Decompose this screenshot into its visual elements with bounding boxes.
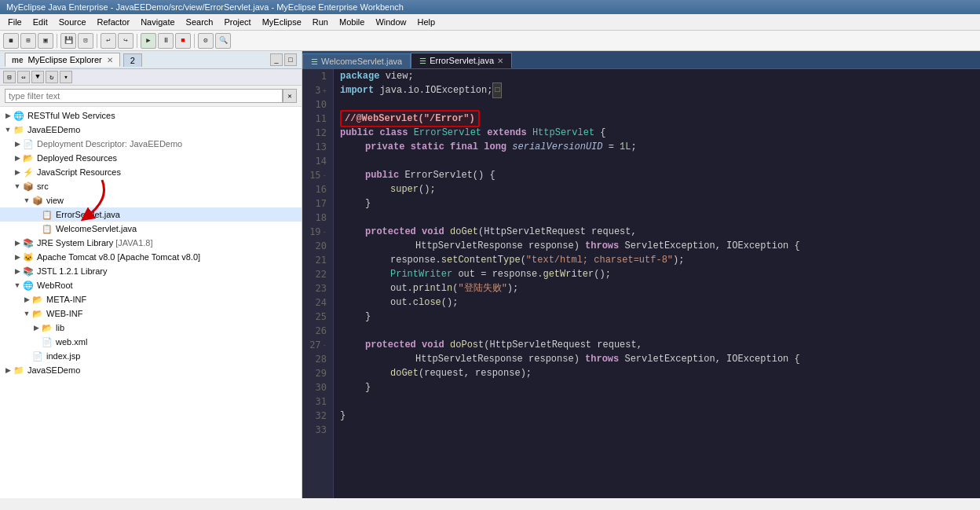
tree-item-welcomeservlet[interactable]: 📋 WelcomeServlet.java xyxy=(0,222,302,236)
menu-source[interactable]: Source xyxy=(54,16,91,28)
code-line-12: public class ErrorServlet extends HttpSe… xyxy=(340,126,974,140)
explorer-minimize-btn[interactable]: _ xyxy=(270,53,283,66)
toolbar-btn-2[interactable]: ⊞ xyxy=(20,33,36,49)
tree-item-metainf[interactable]: ▶ 📂 META-INF xyxy=(0,292,302,306)
menu-edit[interactable]: Edit xyxy=(28,16,53,28)
tree-item-webroot[interactable]: ▼ 🌐 WebRoot xyxy=(0,278,302,292)
link-editor-btn[interactable]: ⇔ xyxy=(17,71,30,83)
arrow-webroot[interactable]: ▼ xyxy=(13,281,22,290)
line-num-3: 3+ xyxy=(309,83,327,97)
arrow-jre[interactable]: ▶ xyxy=(13,238,22,248)
menu-myeclipse[interactable]: MyEclipse xyxy=(258,16,306,28)
line-num-24: 24 xyxy=(309,295,327,310)
toolbar-btn-11[interactable]: ⚙ xyxy=(198,33,214,49)
arrow-lib[interactable]: ▶ xyxy=(31,323,41,332)
tree-item-javascript[interactable]: ▶ ⚡ JavaScript Resources xyxy=(0,165,302,179)
arrow-webxml xyxy=(31,337,41,347)
tree-item-jstl[interactable]: ▶ 📚 JSTL 1.2.1 Library xyxy=(0,264,302,278)
toolbar-stop-btn[interactable]: ■ xyxy=(175,33,191,49)
arrow-indexjsp xyxy=(22,351,31,361)
toolbar: ◼ ⊞ ▣ 💾 ⊡ ↩ ↪ ▶ ⏸ ■ ⚙ 🔍 xyxy=(0,31,980,51)
arrow-javasedemo[interactable]: ▶ xyxy=(3,365,13,375)
toolbar-btn-7[interactable]: ↪ xyxy=(118,33,133,49)
filter-clear-btn[interactable]: ✕ xyxy=(283,89,297,103)
arrow-restful[interactable]: ▶ xyxy=(3,111,13,120)
tree-item-src[interactable]: ▼ 📦 src xyxy=(0,179,302,193)
editor-tab-welcomeservlet[interactable]: ☰ WelcomeServlet.java xyxy=(302,53,411,68)
code-editor: 1 3+ 10 11 12 13 14 15- 16 17 18 19- 20 … xyxy=(302,69,980,498)
toolbar-btn-12[interactable]: 🔍 xyxy=(215,33,231,49)
sync-btn[interactable]: ↻ xyxy=(46,71,58,83)
editor-tab-errorservlet[interactable]: ☰ ErrorServlet.java ✕ xyxy=(411,53,512,68)
arrow-metainf[interactable]: ▶ xyxy=(22,295,31,304)
tree-item-jre[interactable]: ▶ 📚 JRE System Library [JAVA1.8] xyxy=(0,236,302,250)
code-line-25: } xyxy=(340,310,974,324)
label-lib: lib xyxy=(56,323,64,332)
tree-item-indexjsp[interactable]: 📄 index.jsp xyxy=(0,349,302,363)
filter-btn[interactable]: ▼ xyxy=(31,71,44,83)
explorer-maximize-btn[interactable]: □ xyxy=(284,53,297,66)
tree-item-deployment[interactable]: ▶ 📄 Deployment Descriptor: JavaEEDemo xyxy=(0,137,302,151)
menu-help[interactable]: Help xyxy=(413,16,441,28)
tree-item-javasedemo[interactable]: ▶ 📁 JavaSEDemo xyxy=(0,363,302,377)
label-webxml: web.xml xyxy=(56,337,87,347)
menu-navigate[interactable]: Navigate xyxy=(136,16,179,28)
explorer-tab-2[interactable]: 2 xyxy=(123,53,142,67)
tree-item-tomcat[interactable]: ▶ 🐱 Apache Tomcat v8.0 [Apache Tomcat v8… xyxy=(0,250,302,264)
menu-search[interactable]: Search xyxy=(181,16,218,28)
toolbar-debug-btn[interactable]: ▶ xyxy=(141,33,156,49)
project-tree: ▶ 🌐 RESTful Web Services ▼ 📁 JavaEEDemo … xyxy=(0,107,302,498)
tree-item-restful[interactable]: ▶ 🌐 RESTful Web Services xyxy=(0,108,302,123)
filter-input[interactable] xyxy=(5,89,283,103)
explorer-tab-main[interactable]: me MyEclipse Explorer ✕ xyxy=(5,53,120,67)
left-panel: me MyEclipse Explorer ✕ 2 _ □ ⊟ ⇔ ▼ ↻ ▾ … xyxy=(0,51,302,498)
arrow-javaeedemo[interactable]: ▼ xyxy=(3,125,13,134)
tab-close-error[interactable]: ✕ xyxy=(497,57,503,65)
arrow-deployment[interactable]: ▶ xyxy=(13,139,22,149)
tree-item-webinf[interactable]: ▼ 📂 WEB-INF xyxy=(0,306,302,321)
line-num-27: 27- xyxy=(309,338,327,352)
label-deployed: Deployed Resources xyxy=(37,153,117,163)
arrow-jstl[interactable]: ▶ xyxy=(13,266,22,276)
tree-item-errorservlet[interactable]: 📋 ErrorServlet.java xyxy=(0,207,302,222)
annotation-text: //@WebServlet("/Error") xyxy=(345,112,475,126)
tree-item-javaeedemo[interactable]: ▼ 📁 JavaEEDemo xyxy=(0,123,302,137)
toolbar-btn-5[interactable]: ⊡ xyxy=(78,33,93,49)
menu-refactor[interactable]: Refactor xyxy=(93,16,135,28)
editor-tabs: ☰ WelcomeServlet.java ☰ ErrorServlet.jav… xyxy=(302,51,980,69)
code-line-32: } xyxy=(340,409,974,423)
toolbar-btn-9[interactable]: ⏸ xyxy=(158,33,174,49)
menu-run[interactable]: Run xyxy=(308,16,333,28)
line-num-12: 12 xyxy=(309,126,327,140)
line-num-21: 21 xyxy=(309,253,327,267)
label-javasedemo: JavaSEDemo xyxy=(27,365,80,375)
view-menu-btn[interactable]: ▾ xyxy=(60,71,72,83)
toolbar-save-btn[interactable]: 💾 xyxy=(60,33,76,49)
collapse-all-btn[interactable]: ⊟ xyxy=(3,71,16,83)
explorer-tab-label: MyEclipse Explorer xyxy=(28,55,102,64)
menu-file[interactable]: File xyxy=(3,16,27,28)
menu-project[interactable]: Project xyxy=(219,16,255,28)
code-line-18 xyxy=(340,211,974,225)
code-content[interactable]: package view; import java.io.IOException… xyxy=(334,69,980,498)
tree-item-webxml[interactable]: 📄 web.xml xyxy=(0,335,302,349)
arrow-webinf[interactable]: ▼ xyxy=(22,309,31,318)
icon-view: 📦 xyxy=(31,194,44,207)
arrow-javascript[interactable]: ▶ xyxy=(13,167,22,177)
arrow-tomcat[interactable]: ▶ xyxy=(13,252,22,262)
arrow-view[interactable]: ▼ xyxy=(22,196,31,205)
menu-mobile[interactable]: Mobile xyxy=(335,16,369,28)
icon-deployment: 📄 xyxy=(22,138,35,150)
arrow-deployed[interactable]: ▶ xyxy=(13,153,22,163)
toolbar-new-btn[interactable]: ◼ xyxy=(3,33,19,49)
menu-window[interactable]: Window xyxy=(371,16,411,28)
icon-indexjsp: 📄 xyxy=(31,350,44,362)
arrow-src[interactable]: ▼ xyxy=(13,182,22,191)
icon-src: 📦 xyxy=(22,180,35,193)
tree-item-lib[interactable]: ▶ 📂 lib xyxy=(0,321,302,335)
label-jre: JRE System Library [JAVA1.8] xyxy=(37,238,153,248)
toolbar-btn-6[interactable]: ↩ xyxy=(101,33,116,49)
tree-item-deployed[interactable]: ▶ 📂 Deployed Resources xyxy=(0,151,302,165)
tree-item-view[interactable]: ▼ 📦 view xyxy=(0,193,302,207)
toolbar-btn-3[interactable]: ▣ xyxy=(38,33,53,49)
